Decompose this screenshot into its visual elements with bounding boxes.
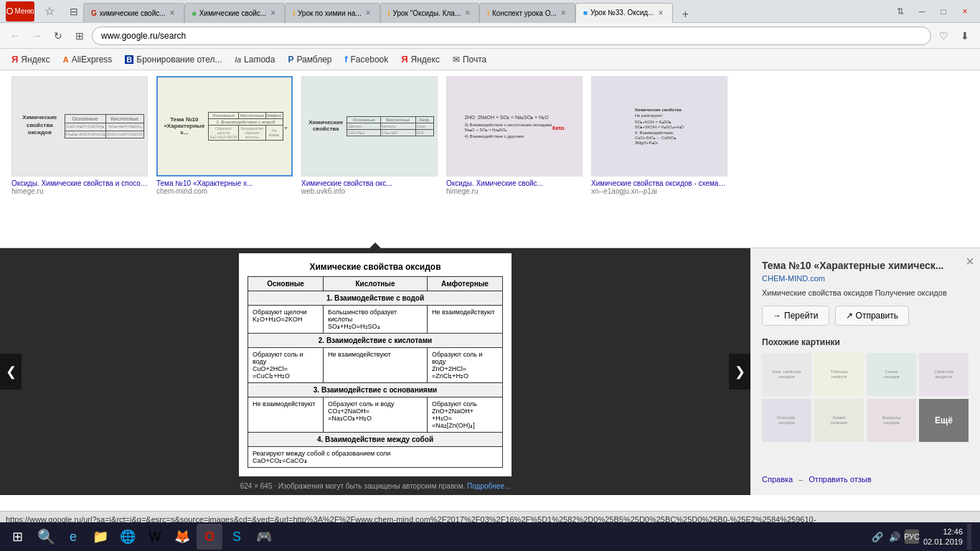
reload-icon: ↻ [54, 30, 62, 42]
bookmark-mail-favicon: ✉ [453, 55, 460, 65]
start-button[interactable]: ⊞ [3, 524, 32, 550]
tab-6-close[interactable]: × [656, 8, 664, 18]
taskbar-word-button[interactable]: W [142, 524, 168, 550]
tab-1-favicon: G [91, 9, 97, 17]
heart-button[interactable]: ♡ [934, 27, 953, 45]
taskbar-search-button[interactable]: 🔍 [33, 524, 59, 550]
layout-button[interactable]: ⊟ [65, 2, 83, 21]
similar-images-more[interactable]: Ещё [919, 399, 969, 442]
image-result-2-title: Тема №10 «Характерные х... [156, 179, 293, 187]
section-2-header: 2. Взаимодействие с кислотами [248, 334, 503, 348]
bookmark-mail[interactable]: ✉ Почта [447, 51, 492, 68]
send-button[interactable]: ↗ Отправить [835, 306, 910, 326]
tab-5-favicon: i [487, 9, 489, 17]
address-bar[interactable] [92, 27, 931, 45]
tray-battery-icon[interactable]: РУС [905, 529, 919, 544]
similar-image-2[interactable]: Таблицасвойств [814, 353, 864, 396]
tab-6-title: Урок №33. Оксид... [590, 9, 654, 17]
bookmark-star-button[interactable]: ☆ [40, 2, 59, 21]
bookmark-lamoda[interactable]: la Lamoda [230, 51, 281, 68]
section-4-row: Реагируют между собой с образованием сол… [248, 447, 503, 468]
bookmark-facebook[interactable]: f Facebook [339, 51, 395, 68]
image-result-4[interactable]: 2НО: 2NaOH + SO₂ = Na₂SO₃ + H₂O 3) Взаим… [446, 76, 583, 195]
chevron-left-icon: ❮ [6, 364, 17, 380]
similar-image-3[interactable]: Схемаоксидов [867, 353, 916, 396]
tab-2-close[interactable]: × [269, 8, 277, 18]
image-result-3-thumb: Химические свойства ОсновныеКислотныеАмф… [301, 76, 438, 176]
image-result-2-thumb: Тема №10 «Характерные х... ОсновныеКисло… [156, 76, 293, 176]
skype-icon: S [232, 529, 241, 545]
image-result-3[interactable]: Химические свойства ОсновныеКислотныеАмф… [301, 76, 438, 195]
preview-site-url[interactable]: CHEM-MIND.com [762, 274, 969, 283]
show-desktop-button[interactable] [967, 524, 971, 550]
visit-button[interactable]: → Перейти [762, 306, 829, 326]
windows-start-icon: ⊞ [12, 529, 23, 545]
tab-4[interactable]: i Урок "Оксиды. Кла... × [380, 3, 480, 23]
explorer-icon: 📁 [93, 529, 108, 545]
taskbar-skype-button[interactable]: S [224, 524, 250, 550]
more-details-link[interactable]: Подробнее... [467, 482, 510, 490]
tab-5-close[interactable]: × [560, 8, 567, 18]
window-stacking-button[interactable]: ⇅ [891, 2, 910, 21]
forward-button[interactable]: → [27, 27, 46, 45]
taskbar-chrome-button[interactable]: 🌐 [115, 524, 141, 550]
download-button[interactable]: ⬇ [956, 27, 974, 45]
preview-next-button[interactable]: ❯ [729, 354, 750, 390]
tab-5-title: Конспект урока О... [492, 9, 557, 17]
similar-image-5[interactable]: Классиф.оксидов [762, 399, 811, 442]
grid-view-button[interactable]: ⊞ [70, 27, 89, 45]
taskbar: ⊞ 🔍 e 📁 🌐 W 🦊 O S 🎮 🔗 🔊 РУС 12:46 02.01.… [0, 522, 980, 551]
tray-volume-icon[interactable]: 🔊 [887, 529, 902, 544]
image-result-2[interactable]: Тема №10 «Характерные х... ОсновныеКисло… [156, 76, 293, 195]
bookmark-rambler[interactable]: Р Рамблер [282, 51, 337, 68]
similar-image-4[interactable]: Свойствавеществ [919, 353, 969, 396]
reload-button[interactable]: ↻ [49, 27, 67, 45]
minimize-button[interactable]: ─ [913, 2, 931, 21]
bookmark-yandex-2[interactable]: Я Яндекс [395, 51, 446, 68]
system-clock[interactable]: 12:46 02.01.2019 [923, 527, 963, 547]
new-tab-button[interactable]: + [676, 6, 696, 23]
tray-network-icon[interactable]: 🔗 [870, 529, 885, 544]
image-result-4-source: himege.ru [446, 187, 583, 195]
tab-1-title: химические свойс... [100, 9, 166, 17]
image-result-4-title: Оксиды. Химические свойс... [446, 179, 583, 187]
tab-1[interactable]: G химические свойс... × [83, 3, 184, 23]
taskbar-explorer-button[interactable]: 📁 [88, 524, 113, 550]
opera-icon: O [6, 6, 13, 17]
tab-3-title: Урок по химии на... [298, 9, 362, 17]
taskbar-edge-button[interactable]: e [60, 524, 86, 550]
help-link[interactable]: Справка [762, 475, 793, 484]
bookmark-yandex-1-label: Яндекс [21, 55, 50, 65]
taskbar-firefox-button[interactable]: 🦊 [169, 524, 195, 550]
bookmark-yandex-1[interactable]: Я Яндекс [6, 51, 56, 68]
tab-6[interactable]: ■ Урок №33. Оксид... × [575, 3, 673, 23]
taskbar-opera-button[interactable]: O [197, 524, 222, 550]
preview-previous-button[interactable]: ❮ [0, 354, 22, 390]
bookmark-booking[interactable]: B Бронирование отел... [119, 51, 227, 68]
image-result-1-thumb: Химические свойства оксидов ОсновныеКисл… [11, 76, 148, 176]
tab-3[interactable]: i Урок по химии на... × [285, 3, 380, 23]
tab-1-close[interactable]: × [169, 8, 176, 18]
maximize-button[interactable]: □ [934, 2, 953, 21]
tab-3-close[interactable]: × [364, 8, 372, 18]
similar-image-6[interactable]: Химияреакции [814, 399, 864, 442]
similar-image-7[interactable]: Формулыоксидов [867, 399, 916, 442]
navigation-bar: ← → ↻ ⊞ ♡ ⬇ [0, 23, 980, 49]
tab-4-close[interactable]: × [463, 8, 471, 18]
tab-5[interactable]: i Конспект урока О... × [479, 3, 575, 23]
taskbar-game-button[interactable]: 🎮 [251, 524, 277, 550]
back-button[interactable]: ← [6, 27, 24, 45]
image-result-1[interactable]: Химические свойства оксидов ОсновныеКисл… [11, 76, 148, 195]
close-window-button[interactable]: × [956, 2, 974, 21]
bookmark-lamoda-label: Lamoda [244, 55, 275, 65]
opera-menu-button[interactable]: O Меню [6, 1, 34, 22]
bookmark-yandex-2-label: Яндекс [411, 55, 440, 65]
image-result-5[interactable]: Химические свойства Не реагируют: SO₂+KO… [591, 76, 727, 195]
image-results-container: Химические свойства оксидов ОсновныеКисл… [11, 76, 969, 242]
tab-2[interactable]: ■ Химические свойс... × [184, 3, 286, 23]
similar-image-1[interactable]: Хим. свойстваоксидов [762, 353, 811, 396]
feedback-link[interactable]: Отправить отзыв [809, 475, 871, 484]
preview-description: Химические свойства оксидов Получение ок… [762, 288, 969, 297]
preview-close-button[interactable]: × [966, 254, 974, 268]
bookmark-aliexpress[interactable]: A AliExpress [57, 51, 118, 68]
